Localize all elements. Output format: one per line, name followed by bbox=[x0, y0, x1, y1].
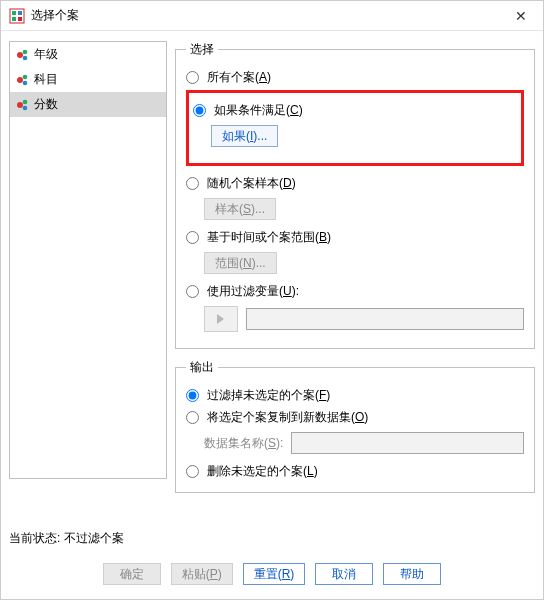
select-legend: 选择 bbox=[186, 41, 218, 58]
title-bar: 选择个案 ✕ bbox=[1, 1, 543, 31]
window-title: 选择个案 bbox=[31, 7, 507, 24]
variable-label: 科目 bbox=[34, 71, 58, 88]
ok-button: 确定 bbox=[103, 563, 161, 585]
svg-point-8 bbox=[17, 77, 23, 83]
radio-filter[interactable] bbox=[186, 285, 199, 298]
opt-filter-variable[interactable]: 使用过滤变量(U): bbox=[186, 280, 524, 302]
dialog-body: 年级 科目 分数 选择 所有个案(A) bbox=[1, 31, 543, 524]
nominal-icon bbox=[16, 73, 30, 87]
svg-point-5 bbox=[17, 52, 23, 58]
svg-point-12 bbox=[23, 99, 28, 104]
radio-filter-out[interactable] bbox=[186, 389, 199, 402]
variable-item[interactable]: 科目 bbox=[10, 67, 166, 92]
output-legend: 输出 bbox=[186, 359, 218, 376]
paste-button: 粘贴(P) bbox=[171, 563, 233, 585]
status-text: 当前状态: 不过滤个案 bbox=[1, 524, 543, 551]
range-button: 范围(N)... bbox=[204, 252, 277, 274]
highlight-box: 如果条件满足(C) 如果(I)... bbox=[186, 90, 524, 166]
dataset-name-input bbox=[291, 432, 524, 454]
svg-point-6 bbox=[23, 49, 28, 54]
variable-item[interactable]: 年级 bbox=[10, 42, 166, 67]
radio-range[interactable] bbox=[186, 231, 199, 244]
variable-label: 年级 bbox=[34, 46, 58, 63]
dataset-name-label: 数据集名称(S): bbox=[204, 435, 283, 452]
help-button[interactable]: 帮助 bbox=[383, 563, 441, 585]
opt-filter-out[interactable]: 过滤掉未选定的个案(F) bbox=[186, 384, 524, 406]
svg-point-9 bbox=[23, 74, 28, 79]
filter-variable-input bbox=[246, 308, 524, 330]
opt-if-condition[interactable]: 如果条件满足(C) bbox=[193, 99, 517, 121]
radio-all[interactable] bbox=[186, 71, 199, 84]
opt-range[interactable]: 基于时间或个案范围(B) bbox=[186, 226, 524, 248]
radio-copy[interactable] bbox=[186, 411, 199, 424]
if-button[interactable]: 如果(I)... bbox=[211, 125, 278, 147]
app-icon bbox=[9, 8, 25, 24]
opt-copy-dataset[interactable]: 将选定个案复制到新数据集(O) bbox=[186, 406, 524, 428]
move-variable-button bbox=[204, 306, 238, 332]
svg-point-7 bbox=[23, 55, 28, 60]
nominal-icon bbox=[16, 98, 30, 112]
svg-point-11 bbox=[17, 102, 23, 108]
radio-delete[interactable] bbox=[186, 465, 199, 478]
svg-rect-3 bbox=[18, 11, 22, 15]
reset-button[interactable]: 重置(R) bbox=[243, 563, 306, 585]
cancel-button[interactable]: 取消 bbox=[315, 563, 373, 585]
right-pane: 选择 所有个案(A) 如果条件满足(C) 如果(I)... bbox=[175, 41, 535, 524]
select-group: 选择 所有个案(A) 如果条件满足(C) 如果(I)... bbox=[175, 41, 535, 349]
button-bar: 确定 粘贴(P) 重置(R) 取消 帮助 bbox=[1, 551, 543, 599]
arrow-right-icon bbox=[214, 312, 228, 326]
opt-random-sample[interactable]: 随机个案样本(D) bbox=[186, 172, 524, 194]
radio-random[interactable] bbox=[186, 177, 199, 190]
variable-item[interactable]: 分数 bbox=[10, 92, 166, 117]
svg-point-13 bbox=[23, 105, 28, 110]
opt-all-cases[interactable]: 所有个案(A) bbox=[186, 66, 524, 88]
close-button[interactable]: ✕ bbox=[507, 8, 535, 24]
variable-label: 分数 bbox=[34, 96, 58, 113]
svg-rect-2 bbox=[12, 17, 16, 21]
output-group: 输出 过滤掉未选定的个案(F) 将选定个案复制到新数据集(O) 数据集名称(S)… bbox=[175, 359, 535, 493]
svg-point-10 bbox=[23, 80, 28, 85]
svg-rect-1 bbox=[12, 11, 16, 15]
sample-button: 样本(S)... bbox=[204, 198, 276, 220]
svg-rect-4 bbox=[18, 17, 22, 21]
nominal-icon bbox=[16, 48, 30, 62]
opt-delete[interactable]: 删除未选定的个案(L) bbox=[186, 460, 524, 482]
variable-list[interactable]: 年级 科目 分数 bbox=[9, 41, 167, 479]
radio-if[interactable] bbox=[193, 104, 206, 117]
dialog-window: 选择个案 ✕ 年级 科目 分数 选择 所有个案(A) bbox=[0, 0, 544, 600]
